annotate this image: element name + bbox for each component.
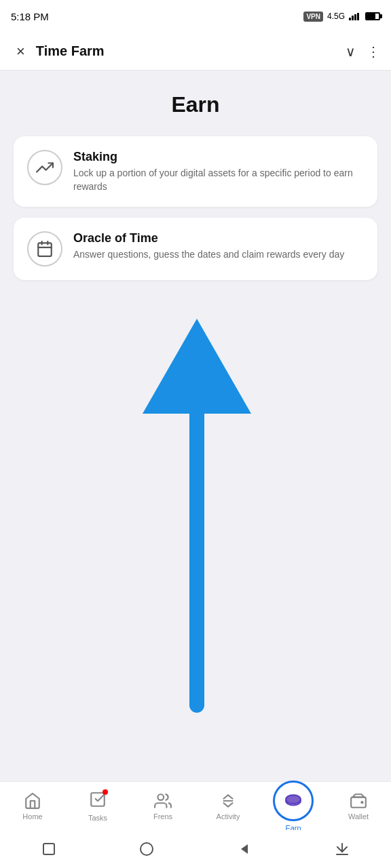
tasks-badge-container [89, 791, 107, 811]
battery-icon [365, 12, 380, 20]
more-options-button[interactable]: ⋮ [367, 43, 380, 60]
main-content: Earn Staking Lock up a portion of your d… [0, 71, 391, 304]
vpn-badge: VPN [303, 12, 323, 22]
square-icon [43, 843, 55, 855]
earn-circle [273, 781, 314, 821]
svg-point-14 [286, 795, 301, 804]
svg-rect-0 [349, 18, 351, 20]
activity-label: Activity [217, 812, 240, 821]
svg-point-17 [141, 843, 153, 855]
wallet-icon [350, 792, 367, 810]
page-title: Earn [14, 92, 377, 117]
frens-icon [154, 792, 172, 810]
oracle-icon-circle [27, 231, 62, 267]
status-bar: 5:18 PM VPN 4.5G [0, 0, 391, 33]
app-bar: × Time Farm ∨ ⋮ [0, 33, 391, 71]
oracle-description: Answer questions, guess the dates and cl… [73, 248, 364, 262]
nav-tasks[interactable]: Tasks [65, 791, 130, 822]
nav-home[interactable]: Home [0, 792, 65, 821]
activity-icon [219, 792, 237, 810]
app-title: Time Farm [36, 43, 105, 59]
nav-earn[interactable]: Earn [261, 781, 326, 832]
nav-activity[interactable]: Activity [196, 792, 261, 821]
staking-title: Staking [73, 150, 364, 164]
close-button[interactable]: × [11, 37, 31, 66]
svg-rect-16 [43, 844, 54, 854]
bottom-nav: Home Tasks Frens Activity [0, 781, 391, 830]
download-icon [335, 842, 350, 856]
calendar-icon [36, 240, 54, 258]
chevron-down-button[interactable]: ∨ [346, 43, 356, 60]
trending-up-icon [36, 159, 54, 176]
oracle-card[interactable]: Oracle of Time Answer questions, guess t… [14, 218, 377, 280]
app-bar-right: ∨ ⋮ [346, 43, 380, 60]
svg-rect-3 [357, 13, 359, 20]
frens-label: Frens [153, 812, 172, 821]
signal-text: 4.5G [327, 12, 345, 21]
svg-rect-2 [354, 14, 356, 20]
nav-frens[interactable]: Frens [130, 792, 196, 821]
home-label: Home [22, 812, 42, 821]
svg-marker-18 [241, 844, 248, 854]
system-nav-bar [0, 830, 391, 868]
nav-download-button[interactable] [333, 840, 352, 859]
signal-icon [349, 12, 361, 20]
nav-back-button[interactable] [235, 840, 254, 859]
staking-card[interactable]: Staking Lock up a portion of your digita… [14, 136, 377, 207]
tasks-notification-dot [103, 789, 108, 795]
back-triangle-icon [237, 842, 252, 856]
tasks-label: Tasks [88, 814, 107, 822]
wallet-label: Wallet [348, 812, 369, 821]
staking-description: Lock up a portion of your digital assets… [73, 167, 364, 193]
app-bar-left: × Time Farm [11, 37, 105, 66]
nav-home-circle-button[interactable] [137, 840, 156, 859]
oracle-content: Oracle of Time Answer questions, guess t… [73, 231, 364, 262]
home-icon [24, 792, 41, 810]
svg-point-12 [157, 794, 164, 800]
oracle-title: Oracle of Time [73, 231, 364, 245]
staking-icon-circle [27, 150, 62, 185]
nav-wallet[interactable]: Wallet [326, 792, 391, 821]
nav-square-button[interactable] [39, 840, 58, 859]
status-icons: VPN 4.5G [303, 12, 380, 22]
earn-icon [284, 792, 302, 810]
svg-rect-1 [352, 16, 354, 20]
status-time: 5:18 PM [11, 11, 49, 22]
circle-icon [139, 842, 154, 856]
svg-point-15 [361, 802, 362, 803]
svg-rect-4 [38, 243, 52, 257]
svg-rect-11 [91, 793, 105, 806]
svg-marker-10 [143, 319, 251, 414]
staking-content: Staking Lock up a portion of your digita… [73, 150, 364, 193]
